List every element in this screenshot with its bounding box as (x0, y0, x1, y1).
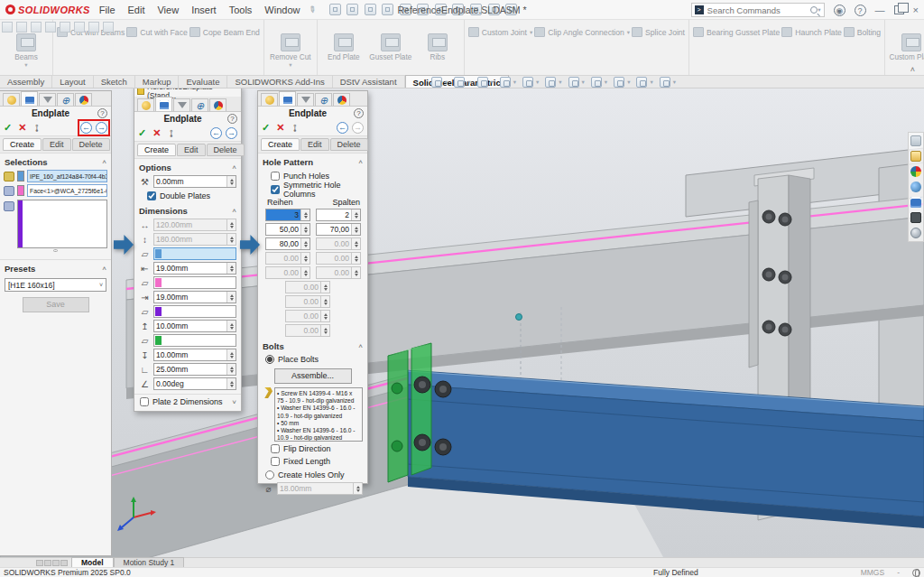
face-reference-selection-field[interactable] (153, 247, 236, 260)
fixed-length-checkbox[interactable] (271, 457, 280, 466)
bolt-stack-list[interactable]: Screw EN 14399-4 - M16 x 75 - 10.9 - hot… (274, 387, 363, 442)
search-icon[interactable] (810, 6, 818, 14)
close-icon[interactable]: × (913, 5, 919, 15)
zoom-fit-icon[interactable] (431, 77, 442, 88)
beam-selection-field[interactable]: IPE_160_af124a84-70f4-4b30-a (27, 170, 107, 182)
features-tab-icon[interactable] (137, 98, 154, 111)
previous-view-icon[interactable] (477, 77, 488, 88)
menu-tools[interactable]: Tools (229, 5, 253, 15)
confirm-icon[interactable]: ✓ (138, 127, 146, 139)
view-orientation-icon[interactable] (545, 77, 556, 88)
globe-icon[interactable] (912, 569, 920, 577)
view-settings-icon[interactable] (660, 77, 670, 88)
edit-tab[interactable]: Edit (42, 138, 71, 151)
menu-insert[interactable]: Insert (191, 5, 217, 15)
mini-tool-icon[interactable] (60, 22, 70, 33)
model-tab[interactable]: Model (71, 557, 114, 567)
next-step-arrow-button[interactable] (240, 233, 260, 256)
offset-right-field[interactable]: 19.00mm (153, 291, 236, 303)
pin-menu-icon[interactable]: ✎ (307, 4, 319, 16)
ribs-button[interactable]: Ribs (415, 33, 460, 73)
mini-tool-icon[interactable] (16, 22, 27, 33)
create-tab[interactable]: Create (261, 138, 300, 151)
selection-list-box[interactable] (17, 200, 107, 248)
clip-angle-connection-button[interactable]: Clip Angle Connection▾ (534, 25, 630, 39)
spinner[interactable] (300, 238, 310, 249)
selection-row-face[interactable]: Face<1>@WCA_2725f6e1-063 (0, 183, 111, 198)
cope-beam-end-button[interactable]: Cope Beam End (189, 25, 260, 39)
hole-grid-left-field[interactable]: 80,00 (265, 237, 310, 250)
new-document-icon[interactable]: ▾ (346, 4, 356, 15)
collapse-icon[interactable]: ˄ (232, 163, 236, 172)
hole-grid-right-field[interactable]: 2 (316, 209, 361, 221)
features-tab-icon[interactable] (261, 93, 278, 106)
help-icon[interactable]: ? (354, 108, 364, 118)
status-units[interactable]: MMGS (861, 568, 884, 577)
collapse-icon[interactable]: ˄ (102, 158, 106, 166)
annotation-icon[interactable] (522, 77, 533, 88)
menu-view[interactable]: View (157, 5, 179, 15)
tab-dstv-assistant[interactable]: DStV Assistant (333, 75, 405, 88)
hole-grid-left-field[interactable]: 3 (265, 209, 310, 221)
dimxpert-tab-icon[interactable]: ⊕ (57, 93, 74, 106)
pin-icon[interactable]: ⊶ (291, 124, 300, 132)
spinner[interactable] (351, 224, 360, 235)
mini-tool-icon[interactable] (45, 22, 56, 33)
offset-top-field[interactable]: 10.00mm (153, 320, 236, 332)
save-preset-button[interactable]: Save (23, 297, 89, 312)
collapse-icon[interactable]: ˄ (232, 207, 236, 215)
gusset-plate-button[interactable]: Gusset Plate (368, 33, 413, 73)
property-manager-tab-icon[interactable] (155, 97, 172, 111)
face-right-selection-field[interactable] (153, 305, 236, 318)
configurations-tab-icon[interactable] (39, 93, 56, 106)
open-icon[interactable]: ▾ (365, 4, 374, 15)
collapse-icon[interactable]: ˄ (102, 265, 106, 273)
edit-tab[interactable]: Edit (300, 138, 329, 151)
spinner[interactable] (300, 209, 310, 220)
spinner[interactable] (226, 349, 236, 360)
spinner[interactable] (226, 292, 236, 302)
help-icon[interactable]: ? (855, 5, 866, 16)
back-button[interactable]: ← (210, 127, 222, 139)
tab-markup[interactable]: Markup (135, 75, 180, 88)
preset-dropdown[interactable]: [H1E 160x16] ˅ (5, 278, 106, 292)
help-icon[interactable]: ? (227, 114, 237, 124)
spinner[interactable] (226, 263, 236, 274)
resize-handle[interactable] (53, 249, 58, 252)
scene-icon[interactable] (636, 77, 647, 88)
tab-sketch[interactable]: Sketch (94, 75, 135, 88)
display-manager-tab-icon[interactable] (75, 93, 92, 106)
display-manager-tab-icon[interactable] (209, 98, 226, 111)
flip-direction-checkbox[interactable] (271, 444, 280, 453)
assemble-button[interactable]: Assemble... (274, 368, 352, 384)
hide-show-icon[interactable] (591, 77, 602, 88)
section-view-icon[interactable] (500, 77, 511, 88)
pin-icon[interactable]: ⊶ (167, 129, 176, 137)
hole-grid-right-field[interactable]: 70,00 (316, 223, 361, 236)
back-button[interactable]: ← (80, 122, 92, 134)
confirm-icon[interactable]: ✓ (262, 122, 270, 134)
mini-tool-icon[interactable] (88, 22, 99, 33)
menu-file[interactable]: File (99, 5, 116, 15)
spinner[interactable] (226, 378, 236, 389)
tab-layout[interactable]: Layout (52, 75, 94, 88)
face-left-selection-field[interactable] (153, 276, 236, 289)
place-bolts-radio[interactable] (265, 355, 274, 364)
delete-tab[interactable]: Delete (72, 138, 110, 151)
gap-offset-field[interactable]: 0.00mm (154, 176, 226, 187)
symmetric-columns-checkbox[interactable] (271, 185, 280, 194)
pin-icon[interactable]: ⊶ (32, 124, 42, 132)
delete-tab[interactable]: Delete (207, 144, 245, 156)
zoom-area-icon[interactable] (454, 77, 465, 88)
search-scope-icon[interactable]: > (695, 5, 704, 14)
edit-tab[interactable]: Edit (177, 144, 206, 156)
punch-holes-checkbox[interactable] (271, 172, 280, 181)
configurations-tab-icon[interactable] (297, 93, 314, 106)
bearing-gusset-plate-button[interactable]: Bearing Gusset Plate (693, 25, 780, 39)
graphics-viewport[interactable]: ⊕ Endplate ? ✓ ✕ ⊶ ← → Create Edit Delet… (0, 88, 924, 557)
spinner[interactable] (226, 364, 236, 375)
save-icon[interactable]: ▾ (382, 4, 392, 15)
reference-point[interactable] (516, 314, 522, 321)
home-icon[interactable]: ▾ (329, 4, 339, 15)
tab-evaluate[interactable]: Evaluate (179, 75, 227, 88)
